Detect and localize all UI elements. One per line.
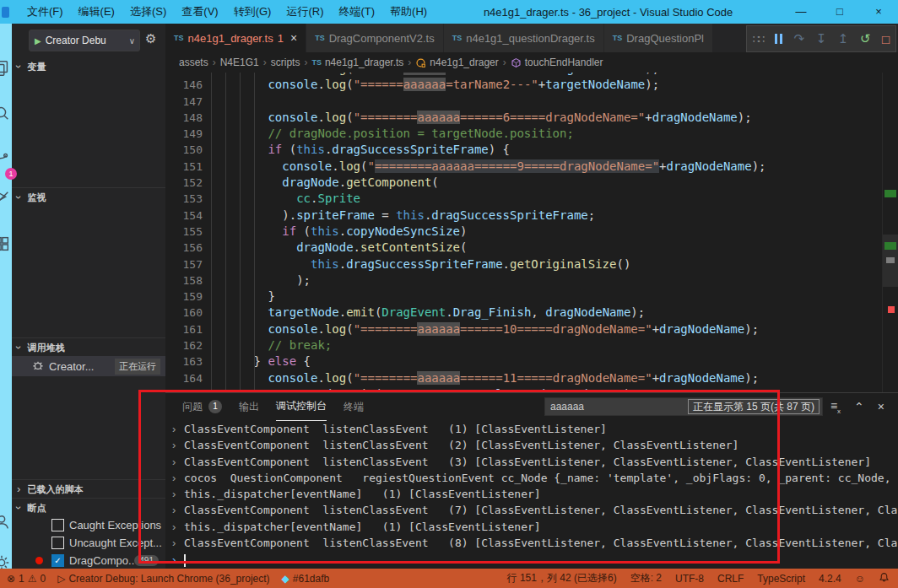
section-call-stack[interactable]: › 调用堆栈 <box>12 337 165 357</box>
eol-status[interactable]: CRLF <box>717 573 744 585</box>
line-number[interactable]: 151 <box>165 159 203 175</box>
tab-label: n4e1g1_questionDrager.ts <box>466 32 595 45</box>
step-into-icon[interactable]: ↧ <box>816 31 827 46</box>
code-text: dragNode.setContentSize( <box>211 240 467 256</box>
tab-dragcomponentv2[interactable]: TS DragComponentV2.ts <box>306 24 444 52</box>
menu-terminal[interactable]: 终端(T) <box>331 0 382 24</box>
restart-icon[interactable]: ↺ <box>860 31 871 46</box>
breadcrumb-class[interactable]: n4e1g1_drager <box>430 57 498 68</box>
search-icon[interactable] <box>0 104 11 122</box>
feedback-icon[interactable]: ☺ <box>855 573 865 585</box>
launch-config-dropdown[interactable]: ▶ Creator Debu ∨ <box>29 30 140 51</box>
checkbox-unchecked[interactable] <box>51 519 64 531</box>
title-bar: 文件(F) 编辑(E) 选择(S) 查看(V) 转到(G) 运行(R) 终端(T… <box>0 0 898 24</box>
language-mode[interactable]: TypeScript <box>757 573 805 585</box>
line-number[interactable]: 163 <box>165 353 203 370</box>
menu-file[interactable]: 文件(F) <box>19 0 71 24</box>
maximize-panel-icon[interactable]: ⌃ <box>854 400 864 413</box>
run-and-debug-icon[interactable] <box>0 189 11 208</box>
menu-run[interactable]: 运行(R) <box>279 0 331 24</box>
accounts-icon[interactable] <box>0 513 11 531</box>
tab-close-icon[interactable]: × <box>290 31 297 45</box>
line-number[interactable]: 148 <box>165 110 203 126</box>
bell-icon[interactable] <box>879 572 890 585</box>
tab-n4e1g1-drager[interactable]: TS n4e1g1_drager.ts 1 × <box>165 24 306 52</box>
minimize-button[interactable]: — <box>782 0 820 24</box>
clear-console-icon[interactable]: ≡x <box>830 399 841 415</box>
settings-gear-icon[interactable] <box>0 553 11 569</box>
section-call-stack-label: 调用堆栈 <box>27 343 64 353</box>
line-number[interactable]: 154 <box>165 208 203 224</box>
breadcrumb-method[interactable]: touchEndHandler <box>525 57 603 68</box>
code-line: 154 ).spriteFrame = this.dragSuccessSpri… <box>165 208 883 224</box>
code-text: } <box>211 289 275 305</box>
line-number[interactable]: 147 <box>165 94 203 110</box>
error-icon: ⊗ <box>7 573 15 585</box>
maximize-button[interactable]: □ <box>820 0 859 24</box>
debug-target-status[interactable]: ▷ Creator Debug: Launch Chrome (36_proje… <box>57 573 269 585</box>
problems-status[interactable]: ⊗ 1 ⚠ 0 <box>7 573 46 585</box>
extensions-icon[interactable] <box>0 235 11 253</box>
color-value: #61dafb <box>293 573 329 585</box>
code-editor[interactable]: 145 console.log("======aaaaaa=tarName1--… <box>165 73 883 392</box>
breadcrumb-assets[interactable]: assets <box>179 57 208 68</box>
warning-count: 0 <box>41 573 46 585</box>
code-line: 157 this.dragSuccessSpriteFrame.getOrigi… <box>165 256 883 272</box>
step-over-icon[interactable]: ↷ <box>793 31 804 46</box>
source-control-icon[interactable] <box>0 148 11 167</box>
code-line: 147 <box>165 94 883 110</box>
section-variables[interactable]: › 变量 <box>12 57 165 76</box>
ts-file-icon: TS <box>315 34 325 42</box>
line-number[interactable]: 164 <box>165 370 203 386</box>
section-watch[interactable]: › 监视 <box>12 187 165 207</box>
line-number[interactable]: 150 <box>165 142 203 158</box>
code-text: // dragNode.position = targetNode.positi… <box>211 126 574 142</box>
line-number[interactable]: 152 <box>165 175 203 191</box>
overview-ruler[interactable] <box>882 73 898 392</box>
line-number[interactable]: 149 <box>165 126 203 142</box>
configure-gear-icon[interactable]: ⚙ <box>145 31 156 46</box>
line-number[interactable]: 158 <box>165 272 203 289</box>
code-text: dragNode.getComponent( <box>211 175 439 191</box>
menu-go[interactable]: 转到(G) <box>226 0 279 24</box>
color-highlight-status[interactable]: ◆ #61dafb <box>282 573 330 585</box>
code-line: 148 console.log("========aaaaaa======6==… <box>165 110 883 126</box>
menu-help[interactable]: 帮助(H) <box>382 0 435 24</box>
stop-icon[interactable]: □ <box>882 32 890 46</box>
ts-file-icon: TS <box>174 34 184 42</box>
code-line: 159 } <box>165 289 883 305</box>
menu-edit[interactable]: 编辑(E) <box>71 0 122 24</box>
checkbox-unchecked[interactable] <box>51 537 64 549</box>
line-number[interactable]: 159 <box>165 289 203 305</box>
tab-n4e1g1-questiondrager[interactable]: TS n4e1g1_questionDrager.ts <box>444 24 604 52</box>
line-number[interactable]: 146 <box>165 77 203 93</box>
menu-selection[interactable]: 选择(S) <box>122 0 174 24</box>
cursor-position[interactable]: 行 151，列 42 (已选择6) <box>507 571 617 585</box>
menu-view[interactable]: 查看(V) <box>174 0 225 24</box>
line-number[interactable]: 156 <box>165 240 203 256</box>
indentation-status[interactable]: 空格: 2 <box>630 571 662 585</box>
tab-problem-badge: 1 <box>278 32 284 45</box>
explorer-icon[interactable] <box>0 59 11 78</box>
line-number[interactable]: 162 <box>165 337 203 353</box>
line-number[interactable]: 155 <box>165 224 203 240</box>
encoding-status[interactable]: UTF-8 <box>675 573 704 585</box>
ts-version[interactable]: 4.2.4 <box>819 573 841 585</box>
pause-icon[interactable] <box>775 34 782 44</box>
tab-dragquestionpl[interactable]: TS DragQuestionPl <box>604 24 713 52</box>
breadcrumb-n4e1g1[interactable]: N4E1G1 <box>220 57 259 68</box>
line-number[interactable]: 153 <box>165 191 203 207</box>
close-panel-icon[interactable]: × <box>878 400 884 413</box>
breadcrumb-file[interactable]: n4e1g1_drager.ts <box>325 57 403 68</box>
breadcrumb-scripts[interactable]: scripts <box>271 57 300 68</box>
step-out-icon[interactable]: ↥ <box>838 31 849 46</box>
start-debug-icon[interactable]: ▶ <box>35 36 41 46</box>
drag-grip-icon[interactable]: ∷∷ <box>753 33 764 46</box>
close-button[interactable]: × <box>859 0 898 24</box>
call-stack-session-row[interactable]: Creator... 正在运行 <box>12 356 165 376</box>
modified-mark <box>884 242 896 250</box>
line-number[interactable]: 157 <box>165 256 203 272</box>
line-number[interactable]: 161 <box>165 321 203 337</box>
checkbox-checked[interactable]: ✓ <box>51 554 64 567</box>
line-number[interactable]: 160 <box>165 305 203 321</box>
